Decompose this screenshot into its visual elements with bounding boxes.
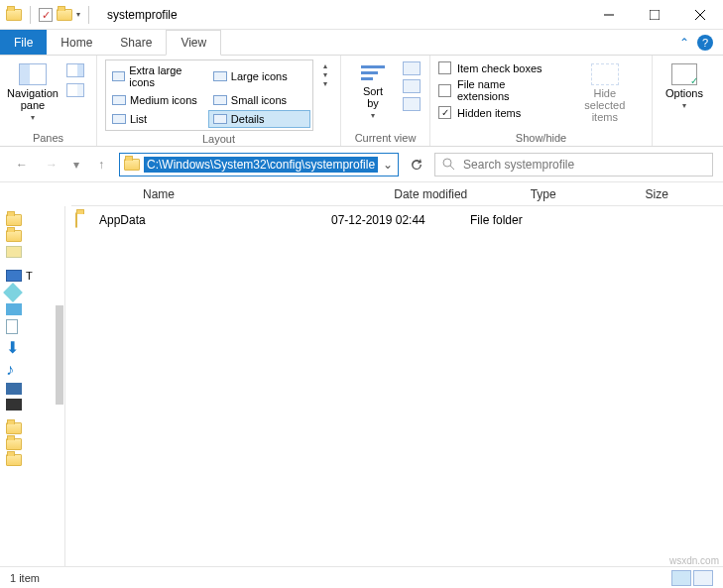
- options-button[interactable]: Options ▾: [661, 59, 708, 114]
- column-type[interactable]: Type: [531, 187, 646, 201]
- qat-dropdown-icon[interactable]: ▾: [76, 10, 80, 19]
- address-path[interactable]: C:\Windows\System32\config\systemprofile: [144, 157, 378, 173]
- size-columns-icon[interactable]: [403, 97, 421, 111]
- pic-icon: [6, 383, 22, 395]
- ribbon-view: Navigation pane ▾ Panes Extra large icon…: [0, 56, 723, 147]
- back-button[interactable]: ←: [10, 153, 34, 176]
- search-box[interactable]: Search systemprofile: [434, 153, 713, 176]
- layout-medium[interactable]: Medium icons: [108, 92, 209, 108]
- tree-scrollbar[interactable]: [56, 305, 63, 405]
- zip-icon: [6, 246, 22, 258]
- sort-by-button[interactable]: Sort by ▾: [349, 59, 397, 124]
- status-bar: 1 item: [0, 566, 723, 588]
- svg-point-4: [443, 159, 451, 167]
- collapse-ribbon-icon[interactable]: ⌃: [679, 36, 689, 50]
- gallery-more-icon[interactable]: ▾: [319, 79, 332, 88]
- desktop-icon: [6, 303, 22, 315]
- address-dropdown-icon[interactable]: ⌄: [378, 158, 398, 172]
- file-type: File folder: [470, 213, 587, 227]
- file-modified: 07-12-2019 02:44: [331, 213, 470, 227]
- svg-line-5: [450, 166, 454, 170]
- item-check-boxes-toggle[interactable]: Item check boxes: [438, 61, 560, 74]
- column-modified[interactable]: Date modified: [394, 187, 530, 201]
- layout-small[interactable]: Small icons: [209, 92, 310, 108]
- gallery-up-icon[interactable]: ▴: [319, 61, 332, 70]
- folder-icon: [75, 212, 77, 228]
- folder-icon: [6, 214, 22, 226]
- up-button[interactable]: ↑: [89, 153, 113, 176]
- recent-locations-button[interactable]: ▾: [69, 153, 83, 176]
- navigation-pane-button[interactable]: Navigation pane ▾: [8, 59, 58, 126]
- address-bar-row: ← → ▾ ↑ C:\Windows\System32\config\syste…: [0, 147, 723, 182]
- tab-file[interactable]: File: [0, 30, 47, 55]
- search-placeholder: Search systemprofile: [463, 158, 574, 172]
- navigation-tree[interactable]: T ⬇ ♪: [0, 206, 65, 566]
- tab-home[interactable]: Home: [47, 30, 106, 55]
- folder-icon: [6, 422, 22, 434]
- large-icons-view-toggle[interactable]: [693, 570, 713, 586]
- preview-pane-icon: [66, 63, 84, 77]
- group-by-icon[interactable]: [403, 61, 421, 75]
- layout-gallery[interactable]: Extra large icons Large icons Medium ico…: [105, 59, 313, 131]
- layout-list[interactable]: List: [108, 110, 208, 128]
- video-icon: [6, 399, 22, 411]
- tab-view[interactable]: View: [166, 30, 221, 56]
- doc-icon: [6, 319, 18, 334]
- gallery-down-icon[interactable]: ▾: [319, 70, 332, 79]
- sort-icon: [361, 63, 385, 83]
- refresh-button[interactable]: [405, 153, 428, 176]
- hidden-items-toggle[interactable]: ✓Hidden items: [438, 106, 560, 119]
- group-currentview-label: Current view: [349, 130, 422, 146]
- address-folder-icon: [124, 159, 140, 171]
- options-icon: [671, 63, 697, 85]
- column-size[interactable]: Size: [645, 187, 723, 201]
- folder-icon: [6, 9, 22, 21]
- details-pane-icon: [66, 83, 84, 97]
- add-columns-icon[interactable]: [403, 79, 421, 93]
- forward-button[interactable]: →: [40, 153, 63, 176]
- watermark: wsxdn.com: [669, 555, 719, 566]
- maximize-button[interactable]: [632, 0, 677, 30]
- help-icon[interactable]: ?: [697, 35, 713, 51]
- window-title: systemprofile: [99, 8, 178, 22]
- svg-rect-1: [650, 10, 660, 20]
- folder-icon: [6, 230, 22, 242]
- navigation-pane-icon: [19, 63, 47, 85]
- 3d-icon: [3, 283, 23, 302]
- group-layout-label: Layout: [105, 131, 332, 147]
- hide-icon: [591, 63, 619, 85]
- column-name[interactable]: Name: [143, 187, 394, 201]
- qat-properties-icon[interactable]: ✓: [39, 8, 53, 22]
- group-showhide-label: Show/hide: [438, 130, 644, 146]
- file-list[interactable]: AppData 07-12-2019 02:44 File folder: [65, 206, 723, 566]
- column-headers: Name Date modified Type Size: [71, 182, 723, 206]
- details-view-toggle[interactable]: [671, 570, 691, 586]
- tab-share[interactable]: Share: [106, 30, 166, 55]
- folder-icon: [6, 454, 22, 466]
- close-button[interactable]: [677, 0, 723, 30]
- hide-selected-button[interactable]: Hide selected items: [566, 59, 644, 127]
- folder-icon: [6, 438, 22, 450]
- address-bar[interactable]: C:\Windows\System32\config\systemprofile…: [119, 153, 399, 176]
- item-count: 1 item: [10, 572, 40, 584]
- qat-folder-icon[interactable]: [57, 9, 72, 21]
- file-name: AppData: [99, 213, 331, 227]
- preview-pane-button[interactable]: [63, 59, 88, 101]
- list-item[interactable]: AppData 07-12-2019 02:44 File folder: [65, 210, 723, 230]
- group-panes-label: Panes: [8, 130, 88, 146]
- pc-icon: [6, 270, 22, 282]
- layout-large[interactable]: Large icons: [209, 62, 310, 90]
- menu-bar: File Home Share View ⌃ ?: [0, 30, 723, 56]
- file-extensions-toggle[interactable]: File name extensions: [438, 78, 560, 102]
- layout-extra-large[interactable]: Extra large icons: [108, 62, 209, 90]
- layout-details[interactable]: Details: [208, 110, 310, 128]
- search-icon: [441, 157, 457, 173]
- title-bar: ✓ ▾ systemprofile: [0, 0, 723, 30]
- minimize-button[interactable]: [586, 0, 632, 30]
